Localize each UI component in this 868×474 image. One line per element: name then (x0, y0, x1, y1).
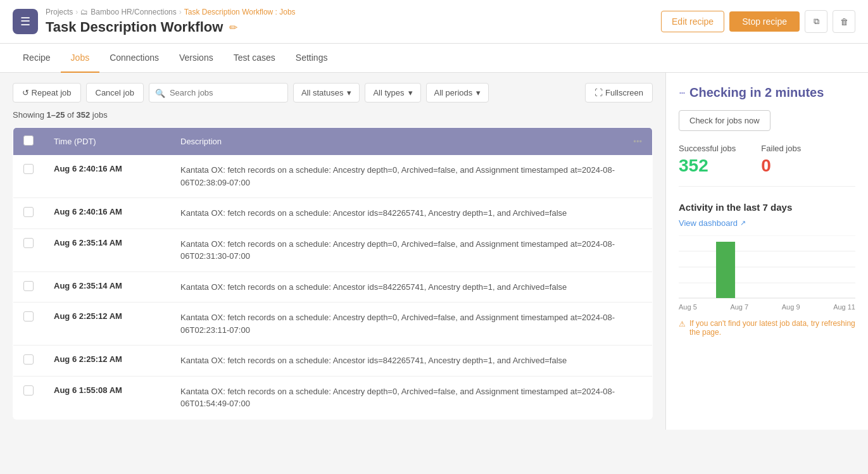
table-row: Aug 6 1:55:08 AM Kantata OX: fetch recor… (13, 376, 653, 419)
row-checkbox-cell (13, 376, 44, 419)
copy-button[interactable]: ⧉ (805, 10, 827, 33)
stats-row: Successful jobs 352 Failed jobs 0 (679, 144, 855, 187)
row-time-cell: Aug 6 2:40:16 AM (44, 155, 170, 198)
row-checkbox-cell (13, 155, 44, 198)
row-checkbox[interactable] (23, 164, 34, 174)
table-row: Aug 6 2:40:16 AM Kantata OX: fetch recor… (13, 198, 653, 229)
table-row: Aug 6 2:40:16 AM Kantata OX: fetch recor… (13, 155, 653, 198)
header-desc-col: Description ••• (170, 128, 653, 156)
breadcrumb-folder-icon: 🗂 (80, 8, 88, 16)
row-desc-cell: Kantata OX: fetch records on a schedule:… (170, 155, 653, 198)
period-filter-label: All periods (434, 88, 473, 97)
type-filter-chevron: ▾ (408, 88, 413, 97)
cancel-job-button[interactable]: Cancel job (86, 83, 144, 103)
stop-recipe-button[interactable]: Stop recipe (729, 11, 800, 32)
header-left: Projects › 🗂 Bamboo HR/Connections › Tas… (46, 8, 653, 35)
row-time-cell: Aug 6 1:55:08 AM (44, 376, 170, 419)
row-checkbox-cell (13, 271, 44, 302)
app-icon-char: ☰ (20, 15, 30, 28)
activity-chart: Aug 5 Aug 7 Aug 9 Aug 11 (679, 235, 855, 311)
row-time-cell: Aug 6 2:25:12 AM (44, 302, 170, 346)
tab-connections[interactable]: Connections (99, 44, 169, 73)
jobs-toolbar: ↺ Repeat job Cancel job 🔍 All statuses ▾… (13, 83, 653, 103)
row-checkbox-cell (13, 198, 44, 229)
page-header: ☰ Projects › 🗂 Bamboo HR/Connections › T… (0, 0, 868, 44)
jobs-panel: ↺ Repeat job Cancel job 🔍 All statuses ▾… (0, 73, 665, 430)
header-time-col: Time (PDT) (44, 128, 170, 156)
row-time-cell: Aug 6 2:35:14 AM (44, 271, 170, 302)
period-filter-chevron: ▾ (476, 88, 481, 97)
successful-jobs-value: 352 (679, 156, 736, 176)
table-row: Aug 6 2:25:12 AM Kantata OX: fetch recor… (13, 346, 653, 377)
row-time-cell: Aug 6 2:35:14 AM (44, 228, 170, 271)
tab-settings[interactable]: Settings (286, 44, 338, 73)
view-dashboard-link[interactable]: View dashboard ↗ (679, 218, 746, 228)
row-checkbox[interactable] (23, 385, 34, 396)
select-all-checkbox[interactable] (23, 135, 34, 146)
row-time-cell: Aug 6 2:25:12 AM (44, 346, 170, 377)
breadcrumb-sep2: › (179, 8, 182, 16)
fullscreen-button[interactable]: ⛶ Fullscreen (585, 83, 653, 103)
tab-bar: Recipe Jobs Connections Versions Test ca… (0, 44, 868, 73)
showing-count: 352 (76, 110, 90, 120)
row-desc-cell: Kantata OX: fetch records on a schedule:… (170, 198, 653, 229)
row-checkbox-cell (13, 302, 44, 346)
tab-recipe[interactable]: Recipe (13, 44, 61, 73)
row-desc-cell: Kantata OX: fetch records on a schedule:… (170, 228, 653, 271)
delete-button[interactable]: 🗑 (833, 10, 855, 33)
row-checkbox[interactable] (23, 207, 34, 217)
row-checkbox[interactable] (23, 238, 34, 248)
tab-test-cases[interactable]: Test cases (223, 44, 286, 73)
breadcrumb-projects[interactable]: Projects (46, 8, 73, 16)
chart-label-aug11: Aug 11 (833, 303, 855, 311)
row-desc-cell: Kantata OX: fetch records on a schedule:… (170, 346, 653, 377)
external-link-icon: ↗ (740, 219, 746, 227)
jobs-table-body: Aug 6 2:40:16 AM Kantata OX: fetch recor… (13, 155, 653, 419)
row-time-cell: Aug 6 2:40:16 AM (44, 198, 170, 229)
table-more-icon[interactable]: ••• (633, 137, 642, 146)
showing-range: 1–25 (46, 110, 65, 120)
type-filter-label: All types (373, 88, 404, 97)
chart-labels: Aug 5 Aug 7 Aug 9 Aug 11 (679, 303, 855, 311)
activity-title: Activity in the last 7 days (679, 202, 855, 213)
failed-jobs-label: Failed jobs (761, 144, 801, 153)
header-checkbox-col (13, 128, 44, 156)
status-filter-label: All statuses (301, 88, 343, 97)
breadcrumb-current: Task Description Workflow : Jobs (184, 8, 296, 16)
tab-versions[interactable]: Versions (169, 44, 223, 73)
failed-jobs-stat: Failed jobs 0 (761, 144, 801, 176)
chart-label-aug5: Aug 5 (679, 303, 697, 311)
search-wrap: 🔍 (149, 83, 288, 103)
chart-bar-aug6 (716, 242, 735, 298)
period-filter-button[interactable]: All periods ▾ (426, 83, 489, 103)
tab-jobs[interactable]: Jobs (61, 44, 100, 73)
sidebar: ··· Checking in 2 minutes Check for jobs… (665, 73, 868, 430)
row-checkbox[interactable] (23, 311, 34, 321)
checking-title: Checking in 2 minutes (689, 85, 824, 100)
repeat-job-button[interactable]: ↺ Repeat job (13, 83, 81, 103)
warning-message: If you can't find your latest job data, … (689, 319, 855, 337)
type-filter-button[interactable]: All types ▾ (365, 83, 420, 103)
chart-svg (679, 235, 855, 299)
table-row: Aug 6 2:25:12 AM Kantata OX: fetch recor… (13, 302, 653, 346)
row-desc-cell: Kantata OX: fetch records on a schedule:… (170, 271, 653, 302)
showing-text: Showing 1–25 of 352 jobs (13, 110, 653, 120)
check-for-jobs-button[interactable]: Check for jobs now (679, 110, 771, 131)
chart-label-aug7: Aug 7 (730, 303, 748, 311)
breadcrumb-connection[interactable]: Bamboo HR/Connections (91, 8, 176, 16)
edit-recipe-button[interactable]: Edit recipe (661, 11, 724, 32)
successful-jobs-stat: Successful jobs 352 (679, 144, 736, 176)
app-icon: ☰ (13, 9, 38, 34)
row-checkbox[interactable] (23, 354, 34, 365)
breadcrumb-sep1: › (75, 8, 78, 16)
page-title: Task Description Workflow (46, 19, 223, 35)
jobs-table: Time (PDT) Description ••• Aug 6 2:40:16… (13, 127, 653, 420)
status-filter-button[interactable]: All statuses ▾ (293, 83, 360, 103)
edit-title-icon[interactable]: ✏ (229, 22, 237, 34)
table-header-row: Time (PDT) Description ••• (13, 128, 653, 156)
chart-label-aug9: Aug 9 (782, 303, 800, 311)
search-input[interactable] (149, 83, 288, 103)
row-checkbox[interactable] (23, 281, 34, 291)
status-filter-chevron: ▾ (347, 88, 351, 97)
row-checkbox-cell (13, 346, 44, 377)
